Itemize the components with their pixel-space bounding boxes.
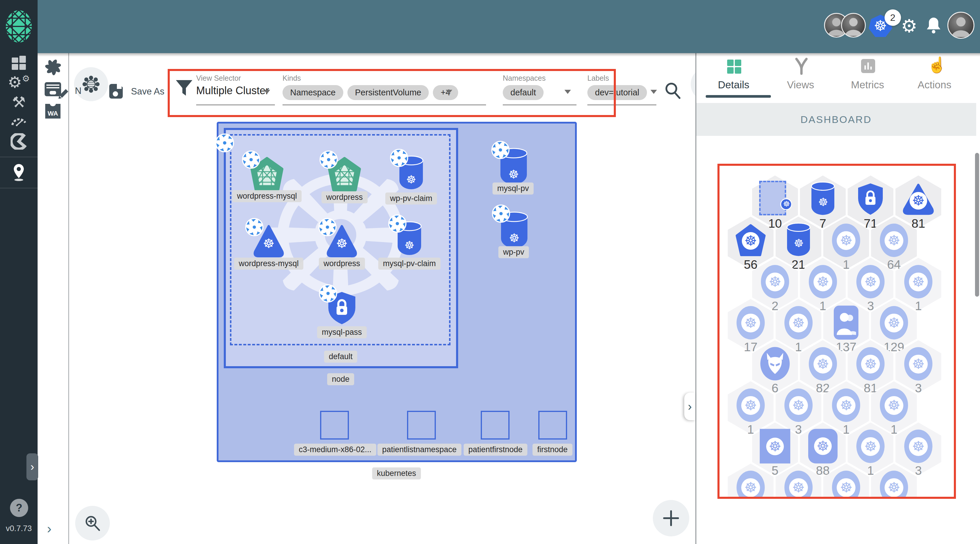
filter-funnel-icon[interactable] bbox=[176, 80, 192, 96]
shield-icon bbox=[857, 182, 884, 216]
dashboard-hex-cell[interactable]: ☸ bbox=[728, 464, 773, 497]
tab-views-label: Views bbox=[767, 79, 834, 90]
sidebar-expand-handle[interactable]: › bbox=[26, 453, 38, 481]
collaborator-avatar[interactable] bbox=[841, 13, 866, 38]
save-as-button[interactable]: Save As bbox=[131, 86, 164, 97]
sidebar-item-extensions[interactable] bbox=[0, 133, 38, 150]
sidebar-item-dashboard[interactable] bbox=[0, 55, 38, 71]
meshery-badge-icon bbox=[491, 141, 509, 159]
node-name-label: wordpress bbox=[321, 191, 368, 203]
namespaces-underline bbox=[503, 105, 576, 105]
pentagon-icon: ☸ bbox=[735, 224, 766, 257]
node-name-label: patientfirstnode bbox=[464, 444, 527, 456]
node-name-label: patientlistnamespace bbox=[377, 444, 461, 456]
zoom-in-button[interactable] bbox=[75, 506, 110, 541]
edit-pencil-icon[interactable] bbox=[56, 88, 69, 101]
wheel-icon: ☸ bbox=[856, 347, 885, 381]
node-name-label: c3-medium-x86-02... bbox=[294, 444, 376, 456]
active-tab-underline bbox=[706, 95, 771, 98]
demon-icon bbox=[760, 347, 790, 381]
node-name-label: wordpress-mysql bbox=[234, 258, 303, 270]
wheel-icon: ☸ bbox=[784, 471, 813, 497]
tab-views[interactable]: Views bbox=[767, 53, 834, 100]
labels-chip[interactable]: dev=tutorial bbox=[587, 85, 647, 100]
dashboard-hex-grid: ☸ 10 ☸ 7 71 ☸ 81 ☸ bbox=[719, 166, 953, 497]
collapsed-panel-column bbox=[38, 53, 69, 544]
chevron-down-icon[interactable] bbox=[264, 90, 270, 94]
save-icon[interactable] bbox=[108, 83, 124, 98]
empty-node[interactable] bbox=[481, 411, 509, 439]
cylinder-icon: ☸ bbox=[810, 181, 836, 217]
sidebar-item-configuration[interactable]: ⚒ bbox=[0, 94, 38, 110]
meshery-logo[interactable] bbox=[0, 9, 38, 44]
new-button-label[interactable]: N bbox=[75, 86, 81, 96]
sidebar-item-performance[interactable] bbox=[0, 113, 38, 128]
labels-underline bbox=[587, 105, 656, 105]
sidebar-item-location[interactable] bbox=[0, 163, 38, 182]
kind-chip[interactable]: PersistentVolume bbox=[347, 85, 429, 100]
wheel-icon: ☸ bbox=[809, 265, 837, 298]
meshery-badge-icon bbox=[492, 205, 510, 223]
empty-node[interactable] bbox=[320, 411, 349, 439]
chevron-down-icon[interactable] bbox=[446, 90, 452, 94]
notifications-bell-icon[interactable] bbox=[926, 16, 942, 35]
meshery-badge-icon bbox=[242, 151, 260, 169]
meshery-badge-icon bbox=[318, 218, 337, 236]
node-name-label: mysql-pass bbox=[317, 326, 367, 338]
node-name-label: mysql-pv-claim bbox=[378, 258, 441, 270]
kind-chip[interactable]: +4 bbox=[433, 85, 458, 100]
details-panel: Details Views Metrics ☝ bbox=[696, 53, 980, 544]
meshery-swirl-icon[interactable] bbox=[45, 59, 62, 76]
empty-node[interactable] bbox=[407, 411, 436, 439]
view-selector-label: View Selector bbox=[196, 74, 241, 82]
node-name-label: mysql-pv bbox=[493, 182, 534, 195]
tab-details[interactable]: Details bbox=[700, 53, 767, 100]
wheel-icon: ☸ bbox=[737, 471, 765, 497]
view-selector-select[interactable]: Multiple Cluster bbox=[196, 84, 269, 97]
node-name-label: wp-pv-claim bbox=[385, 192, 437, 205]
wheel-icon: ☸ bbox=[761, 265, 789, 298]
add-node-button[interactable] bbox=[653, 500, 689, 536]
dashboard-hex-cell[interactable]: ☸ bbox=[823, 464, 869, 497]
meshery-badge-icon bbox=[319, 284, 337, 303]
namespace-chip[interactable]: default bbox=[503, 85, 544, 100]
meshery-badge-icon bbox=[390, 149, 408, 167]
grid-icon bbox=[726, 59, 742, 75]
chevron-down-icon[interactable] bbox=[565, 90, 571, 94]
node-name-label: firstnode bbox=[533, 444, 573, 456]
namespaces-label: Namespaces bbox=[503, 74, 546, 82]
empty-node[interactable] bbox=[538, 411, 567, 439]
node-label: node bbox=[327, 373, 354, 385]
wheel-icon: ☸ bbox=[832, 471, 860, 497]
dashboard-hex-cell[interactable]: ☸ bbox=[776, 464, 821, 497]
dashboard-hex-cell[interactable]: ☸ bbox=[871, 464, 917, 497]
context-count-badge[interactable]: 2 bbox=[885, 10, 901, 26]
search-icon[interactable] bbox=[663, 81, 682, 100]
tab-actions-label: Actions bbox=[901, 79, 968, 90]
wheel-icon: ☸ bbox=[784, 388, 813, 422]
namespace-icon: ☸ bbox=[759, 181, 791, 217]
kinds-underline bbox=[283, 105, 486, 105]
kind-chip[interactable]: Namespace bbox=[283, 85, 343, 100]
cylinder-icon: ☸ bbox=[786, 223, 811, 258]
meshery-badge-icon bbox=[388, 214, 406, 233]
help-button[interactable]: ? bbox=[10, 499, 28, 517]
chevron-down-icon[interactable] bbox=[651, 90, 657, 94]
wheel-icon: ☸ bbox=[880, 471, 908, 497]
tab-actions[interactable]: ☝ Actions bbox=[901, 53, 968, 100]
metrics-icon bbox=[860, 58, 877, 74]
node-name-label: wordpress bbox=[319, 258, 365, 270]
wheel-icon: ☸ bbox=[832, 388, 860, 422]
tab-metrics[interactable]: Metrics bbox=[834, 53, 901, 100]
svg-text:WA: WA bbox=[48, 110, 58, 117]
expand-chevron[interactable]: › bbox=[47, 520, 51, 536]
rounded-square-icon: ☸ bbox=[808, 429, 838, 463]
profile-avatar[interactable] bbox=[947, 12, 974, 39]
wasm-filter-icon[interactable]: WA bbox=[45, 103, 61, 119]
actions-hand-icon: ☝ bbox=[928, 56, 947, 74]
sidebar-item-lifecycle[interactable]: ⚙⚙ bbox=[0, 74, 38, 90]
panel-scrollbar[interactable] bbox=[975, 153, 979, 297]
settings-icon[interactable]: ⚙ bbox=[901, 15, 918, 36]
wheel-icon: ☸ bbox=[880, 388, 908, 422]
panel-collapse-handle[interactable]: › bbox=[684, 393, 695, 420]
